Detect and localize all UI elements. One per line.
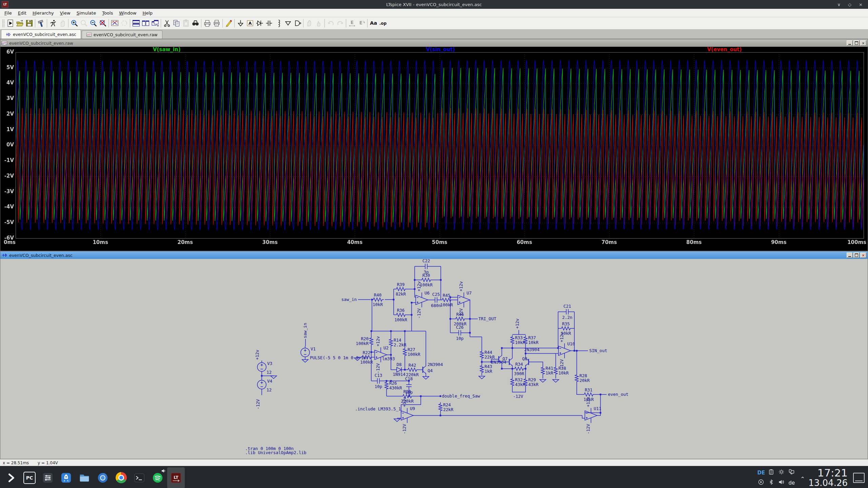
refresh-button[interactable]	[119, 19, 129, 28]
save-button[interactable]	[24, 19, 34, 28]
find-button[interactable]	[191, 19, 200, 28]
taskbar-files-button[interactable]	[76, 467, 93, 488]
waveform-plot[interactable]	[0, 47, 867, 250]
control-panel-button[interactable]	[36, 19, 46, 28]
menu-simulate[interactable]: Simulate	[74, 9, 99, 17]
menu-view[interactable]: View	[57, 9, 74, 17]
paste-button[interactable]	[181, 19, 191, 28]
zoom-in-button[interactable]	[70, 19, 79, 28]
diode-button[interactable]	[255, 19, 264, 28]
taskbar-terminal-button[interactable]	[131, 467, 148, 488]
wire-icon	[225, 19, 233, 27]
spice-directive-button[interactable]: .op	[378, 19, 388, 28]
menu-window[interactable]: Window	[116, 9, 139, 17]
tray-expand-chevron[interactable]: ⌃	[800, 475, 805, 482]
schematic-window-titlebar[interactable]: evenVCO_subcircuit_even.asc ×	[0, 251, 868, 259]
ground-icon	[237, 19, 244, 27]
tray-brightness[interactable]	[778, 469, 784, 476]
wave-close-button[interactable]: ×	[860, 40, 866, 46]
taskbar-chromium-button[interactable]	[94, 467, 112, 488]
menu-hierarchy[interactable]: Hierarchy	[29, 9, 57, 17]
wave-restore-button[interactable]	[853, 40, 860, 46]
schem-minimize-button[interactable]	[847, 252, 853, 258]
tray-bluetooth[interactable]	[768, 479, 774, 486]
waveform-window-titlebar[interactable]: evenVCO_subcircuit_even.raw ×	[0, 39, 868, 47]
toolbar-grip[interactable]	[2, 19, 4, 28]
schematic-canvas[interactable]: C223pR30100kRR3982kRR4010kRR36100kR+12v-…	[0, 259, 868, 459]
minimize-button[interactable]: ∨	[837, 2, 841, 7]
print-preview-button[interactable]	[212, 19, 221, 28]
tray-display[interactable]	[789, 469, 794, 476]
wave-minimize-button[interactable]	[847, 40, 853, 46]
clock-widget[interactable]: 17:21 13.04.26	[808, 468, 848, 487]
inductor-button[interactable]	[274, 19, 283, 28]
ground-flag-button[interactable]	[283, 19, 293, 28]
schem-close-button[interactable]: ×	[860, 252, 866, 258]
tray-keyboard-indicator[interactable]: DE	[757, 469, 765, 476]
svg-text:R42: R42	[409, 363, 416, 368]
net-label-button[interactable]: A	[245, 19, 255, 28]
taskbar-spotify-button[interactable]	[149, 467, 166, 488]
svg-text:1kR: 1kR	[485, 369, 492, 374]
print-button[interactable]	[202, 19, 212, 28]
svg-text:+12v: +12v	[416, 281, 421, 291]
close-button[interactable]: ×	[859, 2, 863, 7]
zoom-full-button[interactable]	[98, 19, 107, 28]
copy-button[interactable]	[172, 19, 181, 28]
taskbar-software-button[interactable]	[57, 467, 75, 488]
menu-tools[interactable]: Tools	[99, 9, 116, 17]
move-button[interactable]	[304, 19, 314, 28]
tray-clipboard[interactable]	[768, 469, 774, 476]
menu-file[interactable]: File	[1, 9, 15, 17]
tray-layout-label[interactable]: de	[789, 480, 795, 486]
capacitor-button[interactable]	[264, 19, 274, 28]
tab-schematic[interactable]: evenVCO_subcircuit_even.asc	[1, 29, 81, 39]
zoom-box-button[interactable]	[79, 19, 88, 28]
wire-button[interactable]	[224, 19, 233, 28]
taskbar-launcher-button[interactable]	[2, 467, 20, 488]
svg-text:10kR: 10kR	[515, 340, 526, 345]
rotate-button[interactable]: E	[357, 19, 366, 28]
maximize-button[interactable]: ◇	[848, 2, 851, 7]
menubar: FileEditHierarchyViewSimulateToolsWindow…	[0, 9, 868, 17]
taskbar-pc-button[interactable]: PC	[21, 467, 38, 488]
open-icon	[16, 19, 24, 27]
text-button[interactable]: Aa	[369, 19, 378, 28]
waveform-settings-button[interactable]	[110, 19, 119, 28]
svg-text:100kR: 100kR	[408, 352, 420, 357]
open-button[interactable]	[15, 19, 24, 28]
tab-waveform[interactable]: evenVCO_subcircuit_even.raw	[82, 30, 162, 39]
redo-button[interactable]	[335, 19, 345, 28]
tray-volume[interactable]	[778, 479, 784, 486]
svg-text:R30: R30	[422, 273, 430, 278]
component-button[interactable]	[293, 19, 302, 28]
pan-icon	[59, 19, 66, 27]
menu-help[interactable]: Help	[139, 9, 156, 17]
pan-button[interactable]	[58, 19, 67, 28]
drag-button[interactable]	[314, 19, 323, 28]
undo-button[interactable]	[326, 19, 335, 28]
move-icon	[305, 19, 313, 27]
taskbar-ltspice-button[interactable]: LT	[167, 467, 185, 488]
taskbar-chrome-button[interactable]	[112, 467, 130, 488]
cascade-button[interactable]	[150, 19, 160, 28]
system-tray: DEde ⌃ 17:21 13.04.26	[756, 468, 868, 488]
menu-edit[interactable]: Edit	[15, 9, 29, 17]
toolbar-separator	[161, 19, 161, 27]
ground-button[interactable]	[236, 19, 245, 28]
halt-button[interactable]	[48, 19, 58, 28]
svg-text:R41: R41	[546, 366, 553, 371]
mirror-button[interactable]: E	[347, 19, 357, 28]
taskbar-mixer-button[interactable]	[39, 467, 57, 488]
desktop: LT LTspice XVII - evenVCO_subcircuit_eve…	[0, 0, 868, 488]
tray-play[interactable]	[758, 479, 764, 486]
cut-button[interactable]	[162, 19, 172, 28]
run-button[interactable]	[5, 19, 15, 28]
svg-text:E: E	[350, 20, 353, 25]
show-desktop-button[interactable]	[853, 473, 865, 483]
zoom-out-button[interactable]	[88, 19, 98, 28]
tile-vertical-button[interactable]	[141, 19, 150, 28]
tile-horizontal-button[interactable]	[131, 19, 141, 28]
waveform-window-title: evenVCO_subcircuit_even.raw	[9, 41, 73, 46]
schem-restore-button[interactable]	[853, 252, 860, 258]
